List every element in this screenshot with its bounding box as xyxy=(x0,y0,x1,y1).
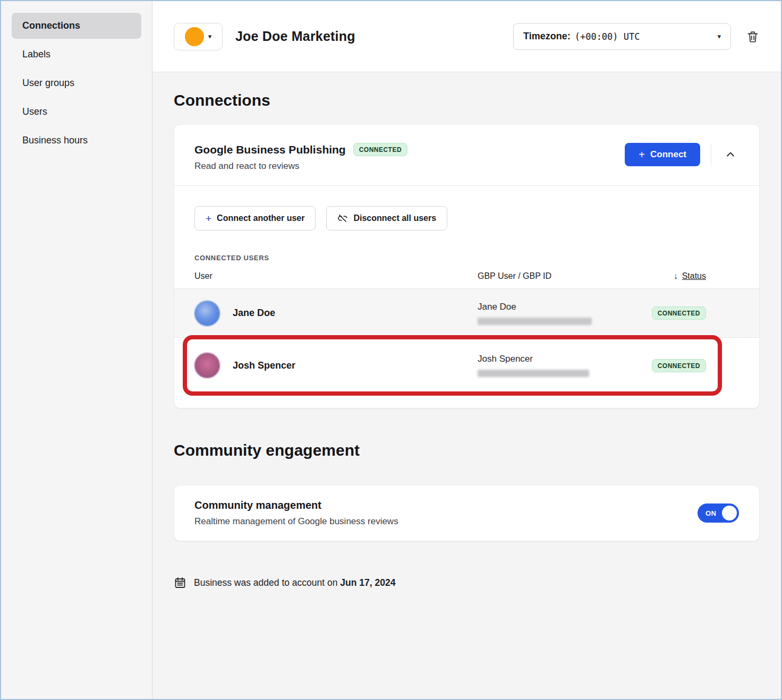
sidebar-item-connections[interactable]: Connections xyxy=(12,13,141,39)
timezone-label: Timezone: xyxy=(523,31,571,42)
table-row-jane-doe[interactable]: Jane Doe Jane Doe CONNECTED xyxy=(174,289,759,338)
connect-button[interactable]: + Connect xyxy=(625,143,700,166)
community-management-title: Community management xyxy=(194,499,398,511)
users-table-body: Jane Doe Jane Doe CONNECTED xyxy=(174,289,759,393)
trash-icon xyxy=(746,30,760,44)
note-text-plain: Business was added to account on xyxy=(194,577,340,588)
column-header-status: Status xyxy=(682,271,706,281)
connected-users-label: CONNECTED USERS xyxy=(174,254,759,262)
user-name: Jane Doe xyxy=(233,308,275,319)
community-engagement-heading: Community engagement xyxy=(174,441,760,459)
sidebar-item-users[interactable]: Users xyxy=(12,99,141,125)
gbp-card-subtitle: Read and react to reviews xyxy=(194,161,407,172)
plus-icon: + xyxy=(206,214,211,224)
content-column: ▾ Joe Doe Marketing Timezone: (+00:00) U… xyxy=(152,1,781,699)
community-management-card: Community management Realtime management… xyxy=(174,485,760,541)
business-avatar xyxy=(185,27,204,46)
toggle-knob xyxy=(722,506,737,520)
calendar-icon xyxy=(174,576,186,589)
settings-sidebar: Connections Labels User groups Users Bus… xyxy=(1,1,152,699)
note-text: Business was added to account on Jun 17,… xyxy=(194,577,395,588)
community-card-titles: Community management Realtime management… xyxy=(194,499,398,527)
gbp-card-body: + Connect another user Disconnect all us… xyxy=(174,185,759,408)
chevron-up-icon xyxy=(725,149,736,160)
gbp-user-name: Jane Doe xyxy=(478,302,611,312)
timezone-select[interactable]: Timezone: (+00:00) UTC ▾ xyxy=(513,23,731,50)
sidebar-item-labels[interactable]: Labels xyxy=(12,41,141,67)
gbp-user-name: Josh Spencer xyxy=(478,354,611,364)
business-added-note: Business was added to account on Jun 17,… xyxy=(174,576,760,589)
avatar xyxy=(194,301,220,326)
gbp-card-titles: Google Business Publishing CONNECTED Rea… xyxy=(194,143,407,172)
table-row-josh-spencer[interactable]: Josh Spencer Josh Spencer CONNECTED xyxy=(174,338,759,393)
chevron-down-icon: ▾ xyxy=(208,32,212,40)
disconnect-all-users-label: Disconnect all users xyxy=(353,214,436,223)
status-badge: CONNECTED xyxy=(652,306,706,320)
gbp-connection-card: Google Business Publishing CONNECTED Rea… xyxy=(174,124,760,408)
avatar xyxy=(194,353,220,378)
divider xyxy=(711,144,711,165)
gbp-id-redacted xyxy=(478,318,592,325)
disconnect-all-users-button[interactable]: Disconnect all users xyxy=(326,206,447,231)
connect-another-user-label: Connect another user xyxy=(217,214,304,223)
page-title: Joe Doe Marketing xyxy=(235,29,355,44)
column-header-gbp-user: GBP User / GBP ID xyxy=(478,271,611,281)
sidebar-item-user-groups[interactable]: User groups xyxy=(12,70,141,96)
gbp-id-redacted xyxy=(478,370,589,377)
users-table-header: User GBP User / GBP ID ↓ Status xyxy=(174,262,759,289)
community-management-toggle[interactable]: ON xyxy=(698,503,739,523)
delete-business-button[interactable] xyxy=(746,30,760,44)
link-off-icon xyxy=(337,213,348,224)
user-name: Josh Spencer xyxy=(233,360,295,371)
note-date: Jun 17, 2024 xyxy=(340,577,395,588)
plus-icon: + xyxy=(639,149,645,160)
community-management-subtitle: Realtime management of Google business r… xyxy=(194,516,398,527)
connections-heading: Connections xyxy=(174,91,760,109)
timezone-value: (+00:00) UTC xyxy=(575,31,640,42)
sort-arrow-down-icon: ↓ xyxy=(674,271,678,281)
toggle-on-label: ON xyxy=(706,509,716,517)
gbp-card-title: Google Business Publishing xyxy=(194,143,346,156)
gbp-connected-badge: CONNECTED xyxy=(353,143,407,156)
collapse-card-button[interactable] xyxy=(722,146,739,163)
sidebar-item-business-hours[interactable]: Business hours xyxy=(12,127,141,153)
chevron-down-icon: ▾ xyxy=(717,32,721,40)
gbp-card-header: Google Business Publishing CONNECTED Rea… xyxy=(174,125,759,185)
main-content: Connections Google Business Publishing C… xyxy=(152,72,781,699)
business-avatar-dropdown[interactable]: ▾ xyxy=(174,23,223,50)
column-header-user: User xyxy=(194,271,478,281)
column-header-status-sort[interactable]: ↓ Status xyxy=(674,271,739,281)
connect-another-user-button[interactable]: + Connect another user xyxy=(194,206,316,231)
status-badge: CONNECTED xyxy=(652,359,706,372)
business-header: ▾ Joe Doe Marketing Timezone: (+00:00) U… xyxy=(152,1,781,72)
connect-button-label: Connect xyxy=(650,149,686,160)
